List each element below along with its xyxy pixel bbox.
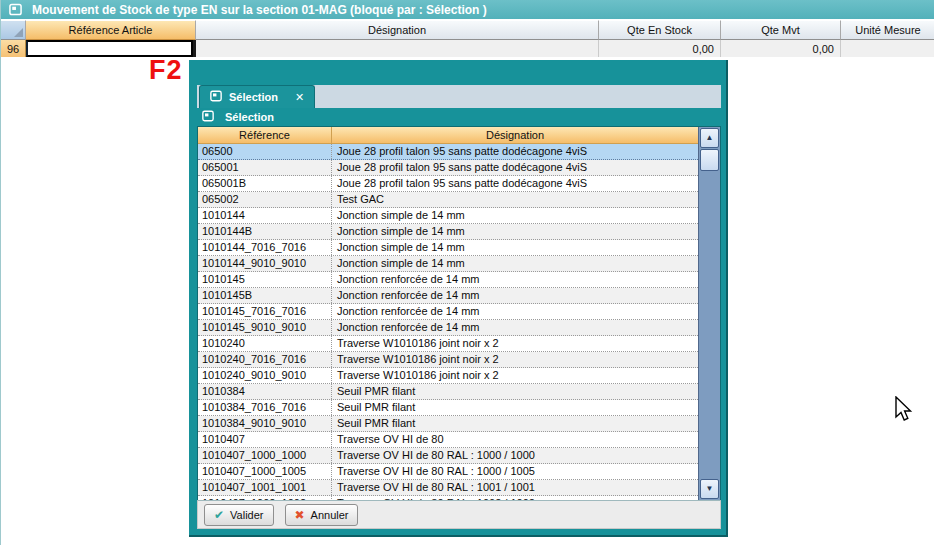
column-header-unite-mesure[interactable]: Unité Mesure <box>841 20 934 40</box>
list-item-reference: 1010240_7016_7016 <box>198 352 332 367</box>
f2-annotation: F2 <box>149 55 183 86</box>
list-item-designation: Joue 28 profil talon 95 sans patte dodéc… <box>332 176 698 191</box>
scrollbar[interactable]: ▲ ▼ <box>698 127 720 500</box>
list-item-designation: Jonction simple de 14 mm <box>332 240 698 255</box>
list-item-reference: 1010144_7016_7016 <box>198 240 332 255</box>
list-item-designation: Joue 28 profil talon 95 sans patte dodéc… <box>332 144 698 159</box>
list-item[interactable]: 1010144_7016_7016Jonction simple de 14 m… <box>198 240 698 256</box>
list-item-reference: 1010145B <box>198 288 332 303</box>
list-item-designation: Joue 28 profil talon 95 sans patte dodéc… <box>332 160 698 175</box>
window-title: Mouvement de Stock de type EN sur la sec… <box>32 3 487 17</box>
list-item-designation: Traverse W1010186 joint noir x 2 <box>332 352 698 367</box>
tab-label: Sélection <box>229 91 278 103</box>
list-item-designation: Traverse OV HI de 80 RAL : 1000 / 1000 <box>332 448 698 463</box>
list-item-designation: Traverse W1010186 joint noir x 2 <box>332 336 698 351</box>
form-icon <box>210 90 222 104</box>
qte-en-stock-cell[interactable]: 0,00 <box>599 40 721 57</box>
column-header-designation[interactable]: Désignation <box>196 20 599 40</box>
list-item-reference: 065001 <box>198 160 332 175</box>
list-item-designation: Jonction renforcée de 14 mm <box>332 320 698 335</box>
list-item-reference: 1010407_1001_1001 <box>198 480 332 495</box>
check-icon: ✔ <box>214 509 224 521</box>
list-item[interactable]: 1010384_7016_7016Seuil PMR filant <box>198 400 698 416</box>
list-item[interactable]: 1010240_9010_9010Traverse W1010186 joint… <box>198 368 698 384</box>
cancel-icon: ✖ <box>295 509 305 521</box>
list-item[interactable]: 1010144BJonction simple de 14 mm <box>198 224 698 240</box>
valider-label: Valider <box>230 509 263 521</box>
valider-button[interactable]: ✔ Valider <box>204 504 274 526</box>
list-item-designation: Jonction renforcée de 14 mm <box>332 288 698 303</box>
list-item[interactable]: 1010240_7016_7016Traverse W1010186 joint… <box>198 352 698 368</box>
form-icon <box>202 110 214 124</box>
arrow-up-icon: ▲ <box>706 134 714 142</box>
list-item[interactable]: 1010144_9010_9010Jonction simple de 14 m… <box>198 256 698 272</box>
list-item-reference: 065001B <box>198 176 332 191</box>
list-item-designation: Jonction simple de 14 mm <box>332 256 698 271</box>
scroll-down-button[interactable]: ▼ <box>700 479 719 499</box>
list-item[interactable]: 1010407Traverse OV HI de 80 <box>198 432 698 448</box>
list-item-designation: Traverse OV HI de 80 RAL : 1000 / 1005 <box>332 464 698 479</box>
list-item-reference: 1010384_7016_7016 <box>198 400 332 415</box>
window-icon <box>9 3 22 16</box>
list-item[interactable]: 065001BJoue 28 profil talon 95 sans patt… <box>198 176 698 192</box>
list-header-reference[interactable]: Référence <box>198 127 332 143</box>
list-item-designation: Test GAC <box>332 192 698 207</box>
list-item-designation: Jonction simple de 14 mm <box>332 208 698 223</box>
main-titlebar: Mouvement de Stock de type EN sur la sec… <box>1 0 934 19</box>
annuler-label: Annuler <box>311 509 349 521</box>
list-item-designation: Traverse W1010186 joint noir x 2 <box>332 368 698 383</box>
selection-list-header: Référence Désignation <box>198 127 698 144</box>
list-item-reference: 06500 <box>198 144 332 159</box>
close-icon[interactable]: ✕ <box>295 91 304 104</box>
list-item[interactable]: 1010145_7016_7016Jonction renforcée de 1… <box>198 304 698 320</box>
stock-table-row: 96 0,00 0,00 <box>1 40 934 57</box>
annuler-button[interactable]: ✖ Annuler <box>285 504 359 526</box>
popup-header-label: Sélection <box>225 111 274 123</box>
selection-list-body: 06500Joue 28 profil talon 95 sans patte … <box>198 144 698 500</box>
qte-mvt-cell[interactable]: 0,00 <box>721 40 841 57</box>
list-item[interactable]: 1010384_9010_9010Seuil PMR filant <box>198 416 698 432</box>
list-item-designation: Seuil PMR filant <box>332 384 698 399</box>
popup-header: Sélection <box>197 108 721 126</box>
scroll-thumb[interactable] <box>700 149 719 171</box>
popup-button-bar: ✔ Valider ✖ Annuler <box>197 500 721 529</box>
list-item[interactable]: 1010145BJonction renforcée de 14 mm <box>198 288 698 304</box>
list-item[interactable]: 1010144Jonction simple de 14 mm <box>198 208 698 224</box>
list-item[interactable]: 1010407_1000_1000Traverse OV HI de 80 RA… <box>198 448 698 464</box>
list-item[interactable]: 06500Joue 28 profil talon 95 sans patte … <box>198 144 698 160</box>
scroll-up-button[interactable]: ▲ <box>700 128 719 148</box>
list-item-reference: 1010407_1000_1000 <box>198 448 332 463</box>
main-table-header: Référence Article Désignation Qte En Sto… <box>1 20 934 40</box>
list-item[interactable]: 1010407_1000_1005Traverse OV HI de 80 RA… <box>198 464 698 480</box>
list-item[interactable]: 1010145Jonction renforcée de 14 mm <box>198 272 698 288</box>
list-header-designation[interactable]: Désignation <box>332 127 698 143</box>
corner-header-cell[interactable] <box>1 20 26 40</box>
list-item[interactable]: 1010407_1001_1001Traverse OV HI de 80 RA… <box>198 480 698 496</box>
designation-cell[interactable] <box>196 40 599 57</box>
list-item-reference: 1010407_1000_1005 <box>198 464 332 479</box>
list-item-reference: 1010145_7016_7016 <box>198 304 332 319</box>
column-header-qte-en-stock[interactable]: Qte En Stock <box>599 20 721 40</box>
row-number: 96 <box>1 40 26 57</box>
list-item[interactable]: 065002Test GAC <box>198 192 698 208</box>
list-item-designation: Traverse OV HI de 80 RAL : 1001 / 1001 <box>332 480 698 495</box>
list-item-reference: 1010144 <box>198 208 332 223</box>
tab-selection[interactable]: Sélection ✕ <box>199 85 315 108</box>
list-item[interactable]: 1010240Traverse W1010186 joint noir x 2 <box>198 336 698 352</box>
list-item-designation: Jonction renforcée de 14 mm <box>332 304 698 319</box>
mouse-cursor <box>894 396 914 424</box>
column-header-reference-article[interactable]: Référence Article <box>26 20 196 40</box>
list-item-designation: Seuil PMR filant <box>332 416 698 431</box>
list-item-reference: 1010144B <box>198 224 332 239</box>
arrow-down-icon: ▼ <box>706 485 714 493</box>
column-header-qte-mvt[interactable]: Qte Mvt <box>721 20 841 40</box>
list-item-reference: 1010145_9010_9010 <box>198 320 332 335</box>
list-item-reference: 1010407 <box>198 432 332 447</box>
list-item-designation: Seuil PMR filant <box>332 400 698 415</box>
list-item-designation: Jonction renforcée de 14 mm <box>332 272 698 287</box>
list-item[interactable]: 1010145_9010_9010Jonction renforcée de 1… <box>198 320 698 336</box>
popup-tabstrip: Sélection ✕ <box>197 85 721 108</box>
list-item[interactable]: 1010384Seuil PMR filant <box>198 384 698 400</box>
unite-mesure-cell[interactable] <box>841 40 934 57</box>
list-item[interactable]: 065001Joue 28 profil talon 95 sans patte… <box>198 160 698 176</box>
